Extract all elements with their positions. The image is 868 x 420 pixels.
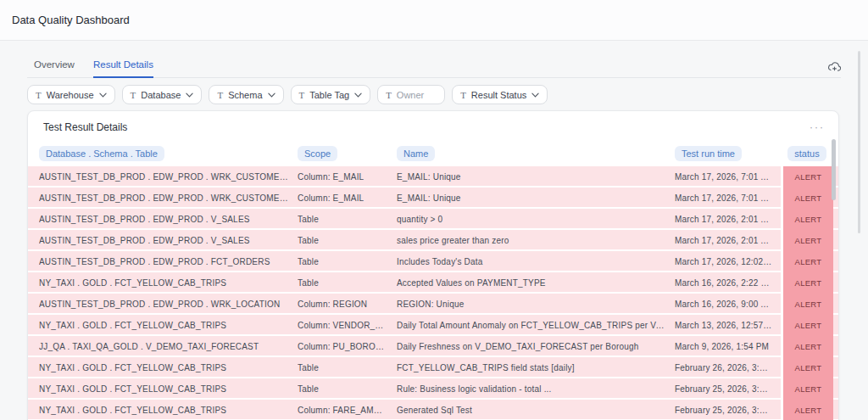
- cell-scope: Column: E_MAIL: [298, 172, 397, 182]
- filter-label: Table Tag: [309, 90, 349, 100]
- cell-name: E_MAIL: Unique: [397, 193, 675, 203]
- cell-test-run-time: February 25, 2026, 3:31 PM: [675, 384, 781, 394]
- filter-schema[interactable]: T Schema: [209, 85, 283, 104]
- table-row[interactable]: NY_TAXI . GOLD . FCT_YELLOW_CAB_TRIPS Ta…: [28, 272, 838, 294]
- cell-database-schema-table: AUSTIN_TEST_DB_PROD . EDW_PROD . FCT_ORD…: [39, 257, 298, 266]
- cell-name: FCT_YELLOW_CAB_TRIPS field stats [daily]: [397, 363, 675, 372]
- page-title: Data Quality Dashboard: [12, 14, 130, 26]
- column-header-scope[interactable]: Scope: [298, 146, 337, 161]
- column-header-table[interactable]: Database . Schema . Table: [39, 146, 164, 161]
- status-badge: ALERT: [781, 230, 833, 251]
- text-filter-icon: T: [460, 90, 466, 100]
- cell-test-run-time: March 16, 2026, 9:00 AM: [675, 300, 781, 309]
- filter-result-status[interactable]: T Result Status: [452, 85, 548, 104]
- filter-database[interactable]: T Database: [122, 85, 203, 104]
- text-filter-icon: T: [299, 90, 305, 100]
- cell-scope: Table: [298, 384, 397, 394]
- cell-test-run-time: March 13, 2026, 12:57 PM: [675, 321, 781, 330]
- cell-test-run-time: March 17, 2026, 7:01 AM: [675, 193, 781, 203]
- cell-name: REGION: Unique: [397, 300, 675, 309]
- table-row[interactable]: AUSTIN_TEST_DB_PROD . EDW_PROD . FCT_ORD…: [28, 251, 838, 272]
- column-header-status[interactable]: status: [787, 146, 826, 161]
- cell-name: Generated Sql Test: [397, 406, 675, 415]
- cell-scope: Table: [298, 363, 397, 372]
- filter-label: Warehouse: [47, 90, 94, 100]
- status-badge: ALERT: [781, 400, 833, 420]
- card-scrollbar[interactable]: [832, 139, 836, 200]
- cell-name: quantity > 0: [397, 215, 675, 224]
- chevron-down-icon: [531, 92, 539, 98]
- filter-label: Schema: [228, 90, 262, 100]
- status-badge: ALERT: [781, 188, 833, 209]
- tab-bar: Overview Result Details: [27, 41, 841, 78]
- cell-name: sales price greater than zero: [397, 236, 675, 245]
- cell-test-run-time: March 16, 2026, 2:22 PM: [675, 278, 781, 288]
- cell-name: Includes Today's Data: [397, 257, 675, 266]
- filter-placeholder: Owner: [397, 90, 424, 100]
- filter-table-tag[interactable]: T Table Tag: [291, 85, 371, 104]
- cell-name: E_MAIL: Unique: [397, 172, 675, 182]
- cell-test-run-time: March 17, 2026, 2:01 AM: [675, 215, 781, 224]
- table-row[interactable]: AUSTIN_TEST_DB_PROD . EDW_PROD . WRK_LOC…: [28, 294, 838, 315]
- table-row[interactable]: AUSTIN_TEST_DB_PROD . EDW_PROD . V_SALES…: [28, 230, 838, 251]
- cell-test-run-time: February 25, 2026, 3:31 PM: [675, 406, 781, 415]
- cloud-upload-icon[interactable]: [828, 62, 841, 77]
- cell-database-schema-table: AUSTIN_TEST_DB_PROD . EDW_PROD . WRK_CUS…: [39, 193, 298, 203]
- text-filter-icon: T: [217, 90, 223, 100]
- filter-label: Result Status: [471, 90, 526, 100]
- text-filter-icon: T: [386, 90, 392, 100]
- cell-database-schema-table: AUSTIN_TEST_DB_PROD . EDW_PROD . WRK_LOC…: [39, 300, 298, 309]
- cell-database-schema-table: AUSTIN_TEST_DB_PROD . EDW_PROD . WRK_CUS…: [39, 172, 298, 182]
- cell-scope: Table: [298, 215, 397, 224]
- table-row[interactable]: JJ_QA . TAXI_QA_GOLD . V_DEMO_TAXI_FOREC…: [28, 336, 838, 357]
- status-badge: ALERT: [781, 378, 833, 400]
- table-row[interactable]: AUSTIN_TEST_DB_PROD . EDW_PROD . V_SALES…: [28, 209, 838, 230]
- cell-scope: Column: FARE_AMOU…: [298, 406, 397, 415]
- cell-test-run-time: March 17, 2026, 12:02 AM: [675, 257, 781, 266]
- cell-database-schema-table: NY_TAXI . GOLD . FCT_YELLOW_CAB_TRIPS: [39, 406, 298, 415]
- cell-test-run-time: March 9, 2026, 1:54 PM: [675, 342, 781, 351]
- cell-database-schema-table: NY_TAXI . GOLD . FCT_YELLOW_CAB_TRIPS: [39, 278, 298, 288]
- cell-test-run-time: March 17, 2026, 2:01 AM: [675, 236, 781, 245]
- cell-database-schema-table: NY_TAXI . GOLD . FCT_YELLOW_CAB_TRIPS: [39, 363, 298, 372]
- table-header-row: Database . Schema . Table Scope Name Tes…: [28, 140, 838, 166]
- chevron-down-icon: [354, 92, 362, 98]
- text-filter-icon: T: [36, 90, 42, 100]
- status-badge: ALERT: [781, 336, 833, 357]
- table-row[interactable]: AUSTIN_TEST_DB_PROD . EDW_PROD . WRK_CUS…: [28, 166, 838, 188]
- column-header-name[interactable]: Name: [397, 146, 435, 161]
- status-badge: ALERT: [781, 357, 833, 378]
- cell-scope: Column: VENDOR_NA…: [298, 321, 397, 330]
- table-row[interactable]: NY_TAXI . GOLD . FCT_YELLOW_CAB_TRIPS Ta…: [28, 357, 838, 378]
- table-row[interactable]: NY_TAXI . GOLD . FCT_YELLOW_CAB_TRIPS Ta…: [28, 378, 838, 400]
- table-row[interactable]: AUSTIN_TEST_DB_PROD . EDW_PROD . WRK_CUS…: [28, 188, 838, 209]
- column-header-test-run-time[interactable]: Test run time: [675, 146, 742, 161]
- cell-scope: Column: PU_BOROU…: [298, 342, 397, 351]
- chevron-down-icon: [268, 92, 275, 98]
- status-badge: ALERT: [781, 272, 833, 294]
- filter-warehouse[interactable]: T Warehouse: [27, 85, 115, 104]
- tab-result-details[interactable]: Result Details: [93, 59, 153, 78]
- top-bar: Data Quality Dashboard: [0, 0, 868, 41]
- more-menu-icon[interactable]: ···: [810, 125, 825, 130]
- table-row[interactable]: NY_TAXI . GOLD . FCT_YELLOW_CAB_TRIPS Co…: [28, 315, 838, 336]
- cell-scope: Table: [298, 257, 397, 266]
- cell-test-run-time: March 17, 2026, 7:01 AM: [675, 172, 781, 182]
- status-badge: ALERT: [781, 315, 833, 336]
- cell-database-schema-table: JJ_QA . TAXI_QA_GOLD . V_DEMO_TAXI_FOREC…: [39, 342, 298, 351]
- chevron-down-icon: [99, 92, 107, 98]
- page-scrollbar[interactable]: [858, 51, 860, 233]
- filter-owner-input[interactable]: T Owner: [377, 85, 445, 104]
- status-badge: ALERT: [781, 251, 833, 272]
- cell-database-schema-table: NY_TAXI . GOLD . FCT_YELLOW_CAB_TRIPS: [39, 321, 298, 330]
- status-badge: ALERT: [781, 166, 833, 188]
- card-title: Test Result Details: [43, 121, 127, 133]
- cell-name: Daily Total Amount Anomaly on FCT_YELLOW…: [397, 321, 675, 330]
- cell-scope: Column: REGION: [298, 300, 397, 309]
- filter-bar: T Warehouse T Database T Schema T Table …: [27, 85, 841, 104]
- status-badge: ALERT: [781, 294, 833, 315]
- tab-overview[interactable]: Overview: [34, 59, 75, 78]
- cell-name: Daily Freshness on V_DEMO_TAXI_FORECAST …: [397, 342, 675, 351]
- table-row[interactable]: NY_TAXI . GOLD . FCT_YELLOW_CAB_TRIPS Co…: [28, 400, 838, 420]
- cell-test-run-time: February 26, 2026, 3:33 PM: [675, 363, 781, 372]
